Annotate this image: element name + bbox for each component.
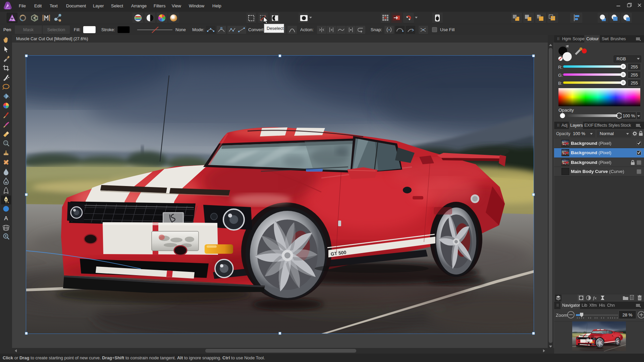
- svg-text:RGB: RGB: [616, 56, 626, 61]
- svg-text:A: A: [4, 215, 8, 222]
